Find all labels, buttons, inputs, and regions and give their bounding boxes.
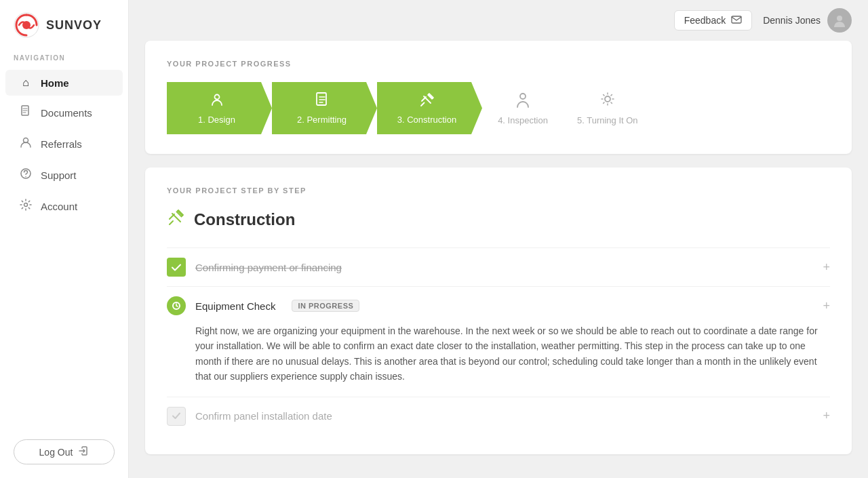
step-section-label: YOUR PROJECT STEP BY STEP xyxy=(167,186,830,195)
design-icon xyxy=(180,92,253,112)
step-turning-it-on: 5. Turning It On xyxy=(564,81,652,135)
support-icon xyxy=(19,167,33,182)
step-construction: 3. Construction xyxy=(377,82,482,134)
turning-on-icon xyxy=(599,91,616,113)
sidebar-item-documents[interactable]: Documents xyxy=(5,98,123,127)
logo-icon xyxy=(14,12,39,38)
construction-phase-name: Construction xyxy=(194,210,295,229)
nav-section-label: NAVIGATION xyxy=(0,54,128,68)
sidebar-item-support[interactable]: Support xyxy=(5,161,123,189)
feedback-label: Feedback xyxy=(684,15,726,26)
mail-icon xyxy=(731,15,742,26)
svg-rect-9 xyxy=(317,93,326,105)
sidebar: SUNVOY NAVIGATION ⌂ Home Documents Refer… xyxy=(0,0,129,478)
step-design-label: 1. Design xyxy=(180,115,253,125)
in-progress-badge: IN PROGRESS xyxy=(292,300,359,312)
sidebar-item-home-label: Home xyxy=(41,77,69,89)
progress-card: YOUR PROJECT PROGRESS 1. Design xyxy=(145,41,852,154)
home-icon: ⌂ xyxy=(19,77,33,89)
task-confirm-panel-expand[interactable]: + xyxy=(823,409,830,423)
svg-point-4 xyxy=(25,176,26,178)
sidebar-item-documents-label: Documents xyxy=(41,107,92,119)
inspection-icon xyxy=(515,91,531,113)
task-equipment-check-body: Right now, we are organizing your equipm… xyxy=(167,315,830,387)
person-icon xyxy=(19,136,33,151)
avatar xyxy=(827,8,852,33)
logout-label: Log Out xyxy=(39,447,73,458)
svg-point-5 xyxy=(24,203,28,207)
task-pending-checkbox[interactable] xyxy=(167,407,186,426)
task-equipment-check: Equipment Check IN PROGRESS + Right now,… xyxy=(167,286,830,397)
step-permitting-label: 2. Permitting xyxy=(285,115,358,125)
step-inspection-label: 4. Inspection xyxy=(498,115,548,125)
construction-phase-icon xyxy=(167,208,186,231)
phase-title: Construction xyxy=(167,208,830,231)
logo-area: SUNVOY xyxy=(0,0,128,54)
content-area: YOUR PROJECT PROGRESS 1. Design xyxy=(129,41,868,471)
sidebar-item-referrals[interactable]: Referrals xyxy=(5,130,123,158)
topbar: Feedback Dennis Jones xyxy=(129,0,868,41)
progress-steps: 1. Design 2. Permitting xyxy=(167,81,830,135)
task-done-checkbox[interactable] xyxy=(167,258,186,277)
logout-icon xyxy=(78,445,89,458)
svg-point-11 xyxy=(605,96,610,102)
document-icon xyxy=(19,105,33,120)
sidebar-item-support-label: Support xyxy=(41,170,77,181)
permitting-icon xyxy=(285,92,358,112)
task-equipment-check-expand[interactable]: + xyxy=(823,299,830,313)
gear-icon xyxy=(19,199,33,214)
step-design: 1. Design xyxy=(167,82,272,134)
user-name: Dennis Jones xyxy=(763,15,821,26)
task-confirm-payment-expand[interactable]: + xyxy=(823,260,830,275)
step-construction-label: 3. Construction xyxy=(391,115,463,125)
logout-area: Log Out xyxy=(0,426,128,478)
step-turning-it-on-label: 5. Turning It On xyxy=(577,115,638,125)
construction-icon-step xyxy=(391,92,463,112)
progress-section-label: YOUR PROJECT PROGRESS xyxy=(167,60,830,68)
logout-button[interactable]: Log Out xyxy=(14,439,115,464)
svg-point-10 xyxy=(520,94,526,99)
task-confirm-panel: Confirm panel installation date + xyxy=(167,397,830,435)
sidebar-item-account-label: Account xyxy=(41,201,77,212)
step-inspection: 4. Inspection xyxy=(482,81,564,135)
task-equipment-check-title: Equipment Check xyxy=(195,300,275,312)
svg-rect-6 xyxy=(732,16,741,23)
feedback-button[interactable]: Feedback xyxy=(674,10,752,31)
step-by-step-card: YOUR PROJECT STEP BY STEP Construction C… xyxy=(145,167,852,454)
logo-text: SUNVOY xyxy=(46,18,102,33)
svg-point-7 xyxy=(837,16,842,21)
svg-point-8 xyxy=(214,95,219,100)
sidebar-item-referrals-label: Referrals xyxy=(41,138,82,150)
task-confirm-payment-title: Confirming payment or financing xyxy=(195,262,342,273)
sidebar-item-account[interactable]: Account xyxy=(5,192,123,220)
sidebar-item-home[interactable]: ⌂ Home xyxy=(5,70,123,96)
user-area[interactable]: Dennis Jones xyxy=(763,8,852,33)
task-confirm-payment: Confirming payment or financing + xyxy=(167,247,830,286)
main-content: Feedback Dennis Jones YOUR PROJECT PROGR… xyxy=(129,0,868,478)
task-in-progress-checkbox[interactable] xyxy=(167,296,186,315)
task-confirm-panel-title: Confirm panel installation date xyxy=(195,410,332,422)
step-permitting: 2. Permitting xyxy=(272,82,377,134)
